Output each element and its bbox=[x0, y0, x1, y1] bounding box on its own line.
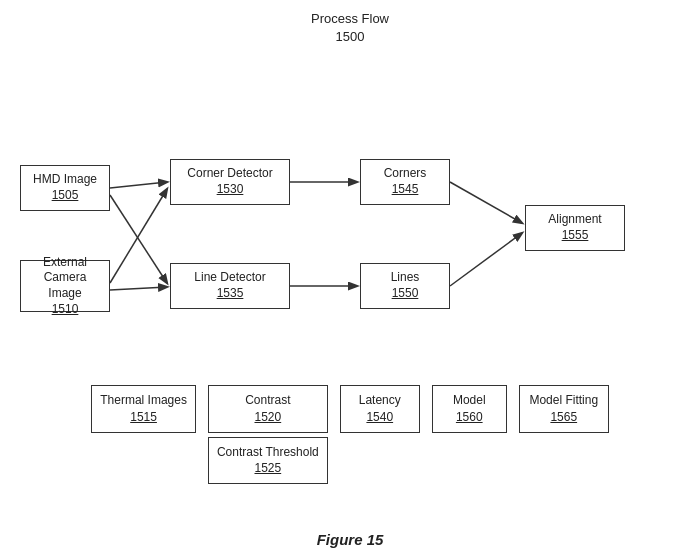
svg-line-7 bbox=[450, 233, 522, 286]
ext-cam-label: ExternalCamera Image bbox=[27, 255, 103, 302]
model-num: 1560 bbox=[456, 409, 483, 426]
contrast-group: Contrast 1520 Contrast Threshold 1525 bbox=[204, 385, 332, 484]
svg-line-6 bbox=[450, 182, 522, 223]
contrast-threshold-num: 1525 bbox=[254, 460, 281, 477]
contrast-threshold-box: Contrast Threshold 1525 bbox=[208, 437, 328, 485]
model-label: Model bbox=[453, 392, 486, 409]
model-fitting-box: Model Fitting 1565 bbox=[519, 385, 609, 433]
lines-label: Lines bbox=[391, 270, 420, 286]
figure-caption: Figure 15 bbox=[0, 531, 700, 548]
corners-box: Corners 1545 bbox=[360, 159, 450, 205]
lines-box: Lines 1550 bbox=[360, 263, 450, 309]
alignment-label: Alignment bbox=[548, 212, 601, 228]
thermal-images-num: 1515 bbox=[130, 409, 157, 426]
hmd-image-label: HMD Image bbox=[33, 172, 97, 188]
ext-cam-num: 1510 bbox=[52, 302, 79, 318]
corner-detector-num: 1530 bbox=[217, 182, 244, 198]
line-detector-label: Line Detector bbox=[194, 270, 265, 286]
model-box: Model 1560 bbox=[432, 385, 507, 433]
page-title: Process Flow 1500 bbox=[0, 10, 700, 46]
svg-line-1 bbox=[110, 195, 167, 283]
corners-num: 1545 bbox=[392, 182, 419, 198]
diagram-area: HMD Image 1505 ExternalCamera Image 1510… bbox=[0, 55, 700, 365]
alignment-num: 1555 bbox=[562, 228, 589, 244]
svg-line-3 bbox=[110, 287, 167, 290]
contrast-threshold-label: Contrast Threshold bbox=[217, 444, 319, 461]
thermal-images-label: Thermal Images bbox=[100, 392, 187, 409]
line-detector-num: 1535 bbox=[217, 286, 244, 302]
corners-label: Corners bbox=[384, 166, 427, 182]
line-detector-box: Line Detector 1535 bbox=[170, 263, 290, 309]
thermal-images-box: Thermal Images 1515 bbox=[91, 385, 196, 433]
latency-num: 1540 bbox=[366, 409, 393, 426]
svg-line-0 bbox=[110, 182, 167, 188]
bottom-section: Thermal Images 1515 Contrast 1520 Contra… bbox=[0, 385, 700, 484]
model-fitting-num: 1565 bbox=[550, 409, 577, 426]
caption-text: Figure 15 bbox=[317, 531, 384, 548]
corner-detector-box: Corner Detector 1530 bbox=[170, 159, 290, 205]
alignment-box: Alignment 1555 bbox=[525, 205, 625, 251]
bottom-boxes-row: Thermal Images 1515 Contrast 1520 Contra… bbox=[0, 385, 700, 484]
model-fitting-label: Model Fitting bbox=[529, 392, 598, 409]
title-line1: Process Flow bbox=[0, 10, 700, 28]
contrast-label: Contrast bbox=[245, 392, 290, 409]
lines-num: 1550 bbox=[392, 286, 419, 302]
ext-cam-box: ExternalCamera Image 1510 bbox=[20, 260, 110, 312]
latency-box: Latency 1540 bbox=[340, 385, 420, 433]
contrast-num: 1520 bbox=[254, 409, 281, 426]
title-line2: 1500 bbox=[0, 28, 700, 46]
svg-line-2 bbox=[110, 189, 167, 283]
hmd-image-box: HMD Image 1505 bbox=[20, 165, 110, 211]
contrast-box: Contrast 1520 bbox=[208, 385, 328, 433]
corner-detector-label: Corner Detector bbox=[187, 166, 272, 182]
hmd-image-num: 1505 bbox=[52, 188, 79, 204]
latency-label: Latency bbox=[359, 392, 401, 409]
